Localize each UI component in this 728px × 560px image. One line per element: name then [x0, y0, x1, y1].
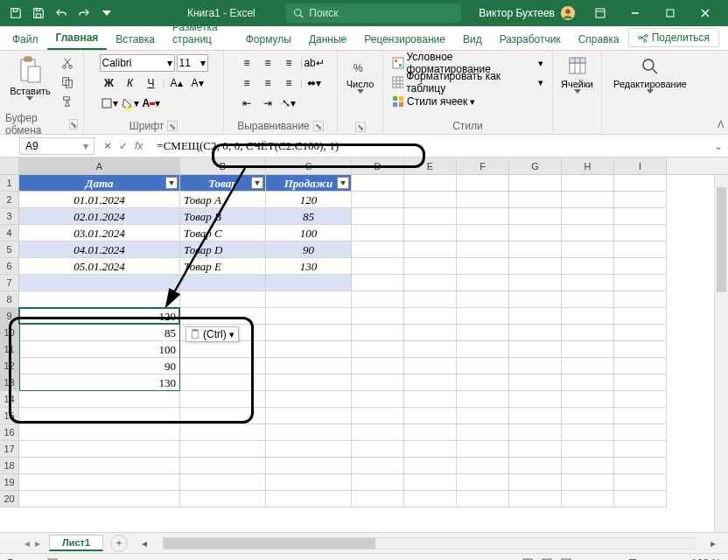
cell[interactable] — [562, 308, 614, 325]
wrap-text-icon[interactable]: ab↵ — [304, 54, 324, 72]
cell[interactable] — [509, 325, 562, 341]
cell[interactable] — [352, 325, 404, 341]
sheet-nav-next-icon[interactable]: ▸ — [35, 537, 40, 550]
cell[interactable] — [457, 308, 509, 325]
cell[interactable]: 85 — [19, 325, 180, 341]
cell[interactable] — [19, 441, 180, 458]
cell[interactable] — [180, 341, 266, 358]
expand-formula-bar-icon[interactable]: ⌄ — [709, 140, 728, 152]
cell[interactable] — [457, 374, 509, 391]
cell[interactable] — [19, 291, 180, 308]
cell[interactable] — [266, 308, 352, 325]
cell[interactable] — [509, 308, 562, 325]
cell[interactable] — [180, 474, 266, 491]
cell[interactable] — [352, 441, 404, 458]
zoom-level[interactable]: 100 % — [691, 557, 721, 561]
cell[interactable] — [404, 474, 457, 491]
cell[interactable] — [457, 192, 509, 208]
cell[interactable] — [614, 291, 667, 308]
cell[interactable] — [509, 208, 562, 225]
row-header[interactable]: 11 — [0, 341, 19, 358]
underline-button[interactable]: Ч — [142, 74, 161, 92]
cell[interactable] — [180, 291, 266, 308]
cell[interactable] — [562, 441, 614, 458]
fx-icon[interactable]: fx — [135, 140, 143, 152]
cell[interactable] — [404, 458, 457, 474]
cell[interactable] — [614, 408, 667, 424]
cell[interactable] — [614, 208, 667, 225]
close-icon[interactable] — [688, 3, 723, 24]
cell[interactable] — [457, 408, 509, 424]
italic-button[interactable]: К — [121, 74, 140, 92]
font-grow-icon[interactable]: A▴ — [167, 74, 186, 92]
cell[interactable] — [404, 308, 457, 325]
cell[interactable] — [352, 208, 404, 225]
collapse-ribbon-icon[interactable]: ᐱ — [718, 119, 724, 130]
fill-color-icon[interactable]: ▾ — [121, 94, 140, 112]
cell[interactable] — [457, 208, 509, 225]
cell[interactable]: 100 — [19, 341, 180, 358]
name-box[interactable]: A9▾ — [19, 137, 94, 155]
cell[interactable] — [19, 391, 180, 408]
cell[interactable] — [352, 374, 404, 391]
cell[interactable] — [562, 491, 614, 508]
select-all-corner[interactable] — [0, 158, 19, 175]
cell[interactable] — [614, 374, 667, 391]
cell[interactable] — [562, 408, 614, 424]
tab-home[interactable]: Главная — [47, 26, 108, 50]
copy-icon[interactable] — [58, 74, 77, 91]
cell[interactable] — [457, 175, 509, 192]
cell[interactable]: 120 — [19, 308, 180, 325]
cell[interactable] — [509, 458, 562, 474]
align-right-icon[interactable]: ≡ — [279, 74, 298, 92]
cell[interactable] — [180, 458, 266, 474]
cell[interactable] — [19, 491, 180, 508]
indent-dec-icon[interactable]: ⇤ — [237, 94, 256, 112]
cell[interactable] — [562, 474, 614, 491]
bold-button[interactable]: Ж — [100, 74, 119, 92]
cell[interactable]: 05.01.2024 — [19, 258, 180, 275]
cell[interactable] — [614, 325, 667, 341]
cell[interactable]: 130 — [19, 374, 180, 391]
orientation-icon[interactable]: ⤡▾ — [279, 94, 298, 112]
font-shrink-icon[interactable]: A▾ — [188, 74, 207, 92]
cell[interactable] — [404, 175, 457, 192]
align-top-icon[interactable]: ≡ — [237, 54, 256, 72]
cut-icon[interactable] — [58, 54, 77, 72]
tab-insert[interactable]: Вставка — [107, 28, 164, 50]
cancel-formula-icon[interactable]: ✕ — [103, 140, 112, 152]
user-account[interactable]: Виктор Бухтеев — [479, 5, 576, 21]
cell[interactable]: 04.01.2024 — [19, 242, 180, 258]
cell[interactable] — [180, 275, 266, 291]
cell[interactable] — [404, 391, 457, 408]
format-painter-icon[interactable] — [58, 93, 77, 110]
tab-review[interactable]: Рецензирование — [355, 28, 454, 50]
view-page-layout-icon[interactable] — [537, 555, 556, 561]
cell[interactable] — [457, 424, 509, 441]
font-launcher[interactable]: ⬊ — [167, 121, 178, 131]
cell[interactable] — [19, 424, 180, 441]
cell[interactable] — [266, 491, 352, 508]
cell[interactable] — [562, 275, 614, 291]
row-header[interactable]: 15 — [0, 408, 19, 424]
cell[interactable]: 03.01.2024 — [19, 225, 180, 242]
cell[interactable] — [180, 308, 266, 325]
cell[interactable] — [562, 208, 614, 225]
cell[interactable]: Товар — [180, 175, 266, 192]
cell[interactable] — [404, 291, 457, 308]
cell[interactable] — [614, 242, 667, 258]
cell[interactable] — [266, 408, 352, 424]
cell[interactable] — [404, 491, 457, 508]
cell[interactable] — [352, 458, 404, 474]
cell[interactable] — [404, 358, 457, 374]
view-page-break-icon[interactable] — [556, 555, 576, 561]
cell[interactable]: Дата — [19, 175, 180, 192]
cell[interactable] — [562, 192, 614, 208]
row-header[interactable]: 5 — [0, 242, 19, 258]
font-size-combo[interactable]: 11▾ — [177, 54, 208, 72]
column-header[interactable]: E — [404, 158, 457, 174]
tab-layout[interactable]: Разметка страниц — [164, 16, 237, 50]
cell[interactable] — [180, 358, 266, 374]
cell[interactable] — [404, 258, 457, 275]
row-header[interactable]: 19 — [0, 474, 19, 491]
